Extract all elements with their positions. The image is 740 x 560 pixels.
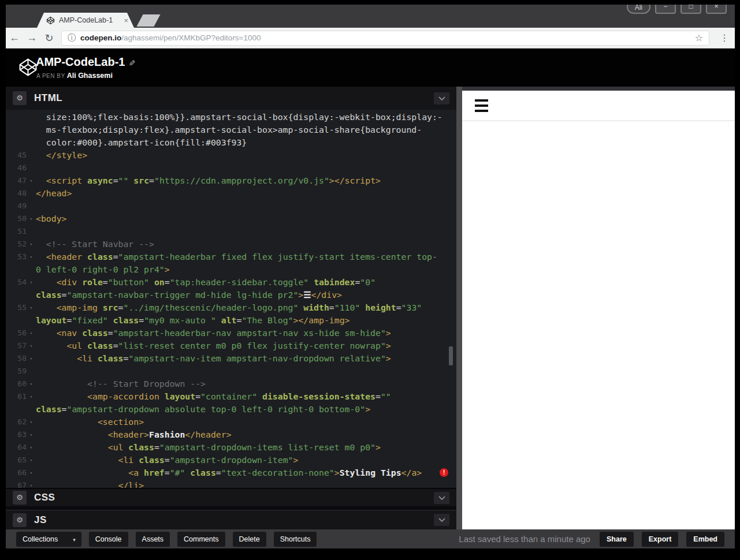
url-path: /aghassemi/pen/XMKbGP?editors=1000 [121, 33, 261, 42]
bookmark-star-icon[interactable]: ☆ [695, 32, 703, 43]
error-badge-icon[interactable]: ! [440, 468, 448, 477]
code-line[interactable]: 54▾ <div role="button" on="tap:header-si… [6, 276, 456, 289]
profile-button[interactable]: Ali [627, 5, 650, 14]
fold-arrow-icon[interactable]: ▾ [27, 416, 36, 428]
address-bar[interactable]: ⓘ codepen.io/aghassemi/pen/XMKbGP?editor… [61, 31, 709, 46]
code-line[interactable]: class="ampstart-dropdown absolute top-0 … [6, 403, 456, 416]
maximize-button[interactable]: □ [680, 5, 701, 14]
footer-button-export[interactable]: Export [642, 532, 679, 547]
footer-button-comments[interactable]: Comments [177, 532, 225, 547]
fold-arrow-icon[interactable]: ▾ [27, 174, 36, 187]
code-line[interactable]: 53▾ <header class="ampstart-headerbar fi… [6, 251, 456, 263]
footer-button-shortcuts[interactable]: Shortcuts [274, 532, 317, 547]
codepen-logo-icon[interactable] [18, 58, 38, 77]
code-line[interactable]: 46 [6, 162, 456, 174]
browser-menu-icon[interactable]: ⋮ [715, 32, 735, 43]
fold-arrow-icon[interactable]: ▾ [27, 339, 36, 352]
reload-icon[interactable]: ↻ [40, 32, 58, 44]
code-line[interactable]: 47▾ <script async="" src="https://cdn.am… [6, 174, 456, 187]
line-number: 63 [6, 428, 27, 441]
code-line[interactable]: 60▾ <!-- Start Dropdown --> [6, 378, 456, 390]
code-line[interactable]: 48</head> [6, 187, 456, 200]
code-text: layout="fixed" class="my0 mx-auto " alt=… [36, 314, 456, 327]
page-info-icon[interactable]: ⓘ [68, 33, 76, 43]
footer-button-share[interactable]: Share [600, 532, 634, 547]
html-panel-header[interactable]: ⚙ HTML [6, 87, 456, 110]
line-number: 54 [6, 276, 27, 289]
css-collapse-button[interactable] [434, 492, 449, 504]
code-line[interactable]: class="ampstart-navbar-trigger md-hide l… [6, 289, 456, 301]
code-line[interactable]: 58▾ <li class="ampstart-nav-item ampstar… [6, 352, 456, 365]
code-line[interactable]: ms-flexbox;display:flex}.ampstart-social… [6, 124, 456, 136]
line-number: 65 [6, 454, 27, 466]
js-settings-gear-icon[interactable]: ⚙ [13, 513, 27, 527]
tab-close-icon[interactable]: × [124, 16, 128, 25]
code-line[interactable]: 66▾ <a href="#" class="text-decoration-n… [6, 466, 456, 479]
fold-arrow-icon [27, 149, 36, 162]
new-tab-button[interactable] [136, 14, 160, 27]
browser-titlebar: Ali − □ × AMP-CodeLab-1 × [6, 5, 735, 28]
fold-arrow-icon[interactable]: ▾ [27, 352, 36, 365]
code-line[interactable]: size:100%;flex-basis:100%}}.ampstart-soc… [6, 111, 456, 124]
close-window-button[interactable]: × [706, 5, 727, 14]
fold-arrow-icon[interactable]: ▾ [27, 276, 36, 289]
code-line[interactable]: 52▾ <!-- Start Navbar --> [6, 238, 456, 251]
code-line[interactable]: 51 [6, 225, 456, 238]
code-text: </style> [36, 149, 456, 162]
code-line[interactable]: 0 left-0 right-0 pl2 pr4"> [6, 263, 456, 276]
edit-pencil-icon[interactable]: ✎ [127, 59, 136, 66]
code-line[interactable]: 63▾ <header>Fashion</header> [6, 428, 456, 441]
js-collapse-button[interactable] [434, 514, 449, 526]
line-number: 47 [6, 174, 27, 187]
footer-button-console[interactable]: Console [89, 532, 128, 547]
fold-arrow-icon[interactable]: ▾ [27, 378, 36, 390]
footer-button-delete[interactable]: Delete [233, 532, 266, 547]
html-settings-gear-icon[interactable]: ⚙ [13, 91, 27, 105]
line-number: 62 [6, 416, 27, 428]
css-panel-header[interactable]: ⚙ CSS [6, 488, 456, 506]
fold-arrow-icon[interactable]: ▾ [27, 238, 36, 251]
code-line[interactable]: 50▾<body> [6, 212, 456, 225]
code-line[interactable]: 59 [6, 365, 456, 378]
fold-arrow-icon[interactable]: ▾ [27, 390, 36, 403]
footer-button-assets[interactable]: Assets [136, 532, 170, 547]
code-line[interactable]: 65▾ <li class="ampstart-dropdown-item"> [6, 454, 456, 466]
editor-preview-resizer[interactable] [456, 87, 462, 529]
code-line[interactable]: 64▾ <ul class="ampstart-dropdown-items l… [6, 441, 456, 454]
code-line[interactable]: 57▾ <ul class="list-reset center m0 p0 f… [6, 339, 456, 352]
code-line[interactable]: 55▾ <amp-img src="../img/thescenic/heade… [6, 301, 456, 314]
code-line[interactable]: color:#000}.ampstart-icon{fill:#003f93} [6, 136, 456, 149]
preview-page-header [462, 91, 735, 121]
fold-arrow-icon[interactable]: ▾ [27, 441, 36, 454]
fold-arrow-icon[interactable]: ▾ [27, 327, 36, 339]
pen-author-link[interactable]: Ali Ghassemi [67, 72, 113, 80]
fold-arrow-icon[interactable]: ▾ [27, 479, 36, 488]
editor-scrollbar-thumb[interactable] [449, 346, 453, 365]
browser-tab[interactable]: AMP-CodeLab-1 × [37, 13, 134, 28]
code-line[interactable]: 62▾ <section> [6, 416, 456, 428]
html-collapse-button[interactable] [434, 92, 449, 104]
fold-arrow-icon[interactable]: ▾ [27, 428, 36, 441]
code-line[interactable]: 49 [6, 200, 456, 212]
html-code-editor[interactable]: size:100%;flex-basis:100%}}.ampstart-soc… [6, 110, 456, 488]
fold-arrow-icon[interactable]: ▾ [27, 212, 36, 225]
js-panel-header[interactable]: ⚙ JS [6, 510, 456, 529]
panel-divider [6, 506, 456, 510]
code-line[interactable]: 56▾ <nav class="ampstart-headerbar-nav a… [6, 327, 456, 339]
fold-arrow-icon[interactable]: ▾ [27, 466, 36, 479]
fold-arrow-icon[interactable]: ▾ [27, 251, 36, 263]
minimize-button[interactable]: − [655, 5, 676, 14]
code-line[interactable]: 45 </style> [6, 149, 456, 162]
forward-icon[interactable]: → [23, 32, 40, 44]
css-settings-gear-icon[interactable]: ⚙ [13, 491, 27, 505]
hamburger-menu-icon[interactable] [475, 99, 488, 112]
footer-button-collections[interactable]: Collections▾ [16, 532, 81, 547]
fold-arrow-icon [27, 314, 36, 327]
footer-button-embed[interactable]: Embed [686, 532, 724, 547]
code-line[interactable]: 67▾ </li> [6, 479, 456, 488]
fold-arrow-icon[interactable]: ▾ [27, 454, 36, 466]
code-line[interactable]: layout="fixed" class="my0 mx-auto " alt=… [6, 314, 456, 327]
code-line[interactable]: 61▾ <amp-accordion layout="container" di… [6, 390, 456, 403]
fold-arrow-icon[interactable]: ▾ [27, 301, 36, 314]
back-icon[interactable]: ← [6, 32, 23, 44]
